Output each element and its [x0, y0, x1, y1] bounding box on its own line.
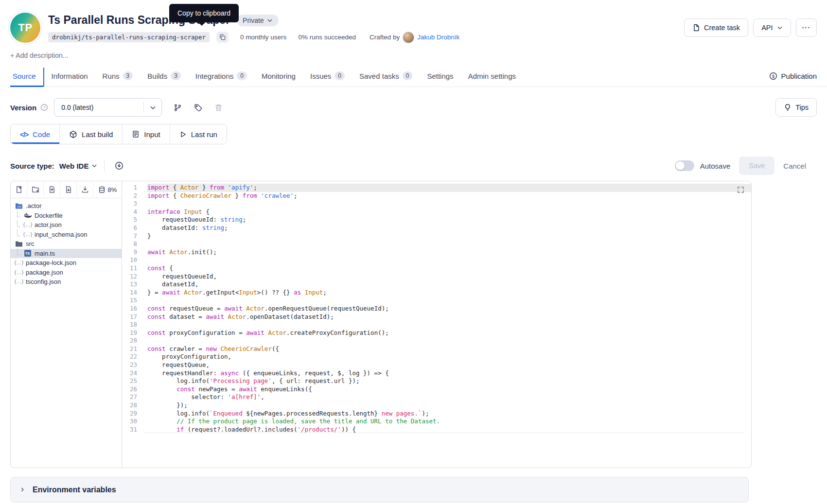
code-line[interactable]: 10 [122, 256, 751, 264]
add-description[interactable]: + Add description... [10, 52, 827, 59]
visibility-badge[interactable]: Private [237, 15, 279, 26]
line-number: 23 [122, 361, 147, 369]
code-line[interactable]: 27 selector: 'a[href]', [122, 393, 751, 401]
code-line[interactable]: 20 [122, 337, 751, 345]
view-tab-last-build[interactable]: Last build [59, 124, 122, 144]
tab-integrations[interactable]: Integrations0 [188, 67, 254, 87]
create-task-button[interactable]: Create task [684, 18, 748, 37]
git-branch-icon[interactable] [170, 100, 185, 115]
file-tree-item-tsconfig.json[interactable]: {..}tsconfig.json [11, 277, 122, 287]
tab-monitoring[interactable]: Monitoring [254, 68, 303, 87]
api-button[interactable]: API [753, 18, 791, 37]
download-source-icon[interactable] [111, 158, 127, 174]
code-line[interactable]: 19const proxyConfiguration = await Actor… [122, 329, 751, 337]
file-tree-item-package.json[interactable]: {..}package.json [11, 268, 122, 278]
source-type-select[interactable]: Web IDE [59, 162, 98, 170]
code-line[interactable]: 22 proxyConfiguration, [122, 353, 751, 361]
svg-text:?: ? [43, 105, 46, 110]
crafted-by-label: Crafted by [370, 34, 400, 41]
code-line[interactable]: 24 requestHandler: async ({ enqueueLinks… [122, 369, 751, 378]
code-line[interactable]: 28 }); [122, 401, 751, 410]
upload-file-icon[interactable] [44, 181, 60, 198]
tab-issues[interactable]: Issues0 [303, 67, 352, 87]
code-line[interactable]: 6 datasetId: string; [122, 224, 751, 232]
code-line[interactable]: 18 [122, 321, 751, 329]
code-line[interactable]: 30 // If the product page is loaded, sav… [122, 417, 751, 426]
json-icon: {..} [15, 279, 23, 284]
line-number: 24 [122, 369, 147, 378]
editor-hscrollbar[interactable] [143, 433, 744, 433]
view-tab-last-run[interactable]: Last run [170, 124, 227, 144]
environment-variables-section[interactable]: › Environment variables [10, 477, 749, 503]
tab-source[interactable]: Source [10, 68, 44, 87]
line-number: 29 [122, 410, 147, 418]
file-tree-item-package-lock.json[interactable]: {..}package-lock.json [11, 258, 122, 268]
version-select[interactable]: 0.0 (latest) [54, 98, 162, 117]
tab-publication[interactable]: $ Publication [769, 72, 817, 87]
tab-count-badge: 0 [237, 71, 247, 80]
code-line[interactable]: 12 requestQueueId, [122, 273, 751, 281]
code-line[interactable]: 3 [122, 200, 751, 208]
code-line[interactable]: 25 log.info('Processing page', { url: re… [122, 377, 751, 385]
line-number: 21 [122, 345, 147, 353]
tab-builds[interactable]: Builds3 [140, 67, 188, 87]
autosave-toggle[interactable] [675, 160, 694, 171]
database-icon [98, 186, 106, 193]
file-tree-item-main.ts[interactable]: TSmain.ts [11, 249, 122, 259]
svg-text:{o}: {o} [17, 205, 21, 208]
tag-icon[interactable] [190, 100, 206, 115]
code-line[interactable]: 17const dataset = await Actor.openDatase… [122, 313, 751, 321]
new-folder-icon[interactable] [27, 181, 44, 198]
line-number: 19 [122, 329, 147, 337]
save-button[interactable]: Save [739, 156, 774, 175]
tab-runs[interactable]: Runs3 [95, 67, 141, 87]
help-icon[interactable]: ? [40, 104, 48, 111]
tips-button[interactable]: Tips [775, 98, 817, 117]
tab-bar: SourceInformationRuns3Builds3Integration… [10, 67, 827, 87]
code-line[interactable]: 5 requestQueueId: string; [122, 216, 751, 224]
line-number: 12 [122, 273, 147, 281]
code-line[interactable]: 15 [122, 296, 751, 305]
code-line[interactable]: 8 [122, 240, 751, 248]
more-actions-button[interactable]: ··· [796, 18, 817, 37]
code-line[interactable]: 23 requestQueue, [122, 361, 751, 369]
source-type-row: Source type: Web IDE Autosave Save Cance… [10, 156, 817, 175]
view-tab-input[interactable]: Input [122, 124, 169, 144]
import-file-icon[interactable] [60, 181, 77, 198]
code-line[interactable]: 21const crawler = new CheerioCrawler({ [122, 345, 751, 353]
line-number: 13 [122, 280, 147, 289]
file-tree-item-.actor[interactable]: {o}.actor [11, 201, 122, 211]
file-tree-item-src[interactable]: src [11, 239, 122, 249]
view-tab-code[interactable]: </>Code [11, 124, 59, 144]
file-tree-item-actor.json[interactable]: {..}actor.json [11, 220, 122, 230]
code-line[interactable]: 11const { [122, 264, 751, 273]
json-icon: {..} [15, 260, 23, 265]
copy-slug-button[interactable] [216, 32, 229, 43]
cancel-button[interactable]: Cancel [783, 162, 806, 170]
source-type-label: Source type: [10, 162, 54, 170]
tab-saved-tasks[interactable]: Saved tasks0 [352, 67, 420, 87]
task-file-icon [692, 24, 700, 32]
tab-information[interactable]: Information [44, 68, 95, 87]
author-link[interactable]: Jakub Drobník [417, 34, 459, 41]
code-line[interactable]: 14} = await Actor.getInput<Input>() ?? {… [122, 289, 751, 297]
code-line[interactable]: 4interface Input { [122, 208, 751, 216]
new-file-icon[interactable] [11, 181, 27, 198]
download-icon[interactable] [77, 181, 93, 198]
file-tree-item-dockerfile[interactable]: Dockerfile [11, 211, 122, 221]
tab-admin-settings[interactable]: Admin settings [461, 68, 523, 87]
code-editor[interactable]: 1import { Actor } from 'apify';2import {… [122, 181, 751, 468]
code-line[interactable]: 9await Actor.init(); [122, 248, 751, 257]
code-line[interactable]: 16const requestQueue = await Actor.openR… [122, 305, 751, 313]
line-number: 6 [122, 224, 147, 232]
code-line[interactable]: 2import { CheerioCrawler } from 'crawlee… [122, 192, 751, 200]
code-line[interactable]: 26 const newPages = await enqueueLinks({ [122, 385, 751, 394]
code-line[interactable]: 7} [122, 232, 751, 241]
actor-avatar: TP [10, 13, 40, 43]
code-line[interactable]: 13 datasetId, [122, 280, 751, 289]
tab-settings[interactable]: Settings [420, 68, 460, 87]
file-tree-item-input_schema.json[interactable]: {..}input_schema.json [11, 230, 122, 240]
code-line[interactable]: 29 log.info(`Enqueued ${newPages.process… [122, 410, 751, 418]
code-line[interactable]: 1import { Actor } from 'apify'; [122, 184, 751, 192]
fullscreen-icon[interactable] [737, 186, 744, 193]
